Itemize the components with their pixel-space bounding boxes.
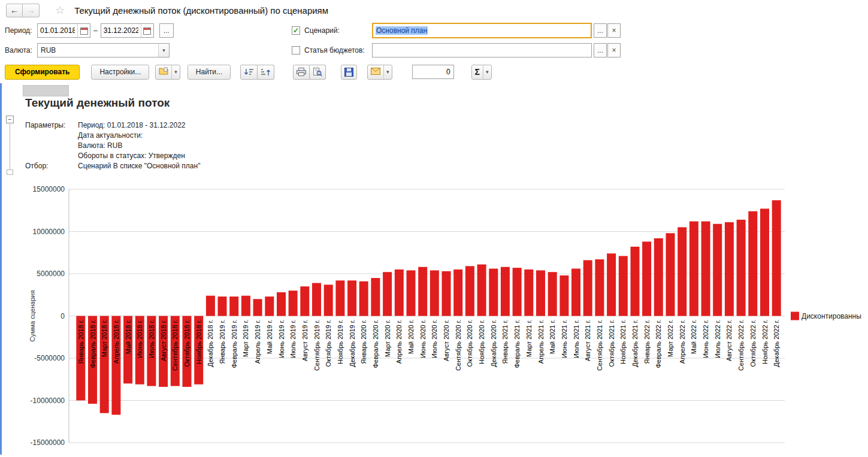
chevron-down-icon[interactable]: ▾ (158, 44, 169, 57)
chart-x-label: Сентябрь 2022 г. (737, 320, 745, 371)
filter-line: Сценарий В списке "Основной план" (78, 161, 200, 171)
chart-x-label: Декабрь 2021 г. (631, 320, 639, 367)
chart-bar (324, 285, 333, 316)
legend-swatch (791, 312, 799, 320)
chart-bar (654, 238, 663, 316)
chart-x-label: Сентябрь 2019 г. (313, 320, 320, 371)
sort-descending-button[interactable] (240, 65, 258, 80)
chart-x-label: Январь 2020 г. (360, 320, 367, 364)
titlebar: ← → ☆ Текущий денежный поток (дисконтиро… (0, 0, 868, 20)
chart-x-label: Ноябрь 2020 г. (478, 320, 485, 364)
chart-bar (619, 256, 628, 316)
period-from-field[interactable] (37, 23, 90, 38)
param-line: Период: 01.01.2018 - 31.12.2022 (78, 120, 186, 131)
chart-x-label: Июль 2019 г. (289, 320, 297, 358)
settings-button[interactable]: Настройки... (91, 65, 149, 80)
group-bracket (10, 124, 10, 170)
chart-bar (701, 222, 710, 316)
scenario-checkbox[interactable]: ✓ (292, 26, 300, 35)
chart-x-label: Декабрь 2018 г. (207, 320, 214, 367)
send-mail-dropdown[interactable]: ▾ (383, 65, 392, 79)
scenario-more-button[interactable]: ... (594, 23, 607, 38)
chart-x-label: Март 2022 г. (667, 320, 674, 358)
print-button[interactable] (293, 65, 310, 80)
chart-x-label: Март 2018 г. (101, 320, 108, 358)
scenario-label: Сценарий: (304, 26, 372, 35)
autosum-button[interactable]: Σ (472, 65, 483, 79)
chart-x-label: Март 2020 г. (384, 320, 391, 358)
chart-x-label: Октябрь 2018 г. (183, 320, 190, 367)
autosum-value-field[interactable] (412, 65, 454, 79)
chart-bar (595, 259, 604, 316)
chart-bar (536, 270, 545, 316)
chart-x-label: Январь 2018 г. (77, 320, 84, 364)
sort-ascending-button[interactable] (258, 65, 274, 80)
budget-item-more-button[interactable]: ... (594, 43, 607, 57)
chart-x-label: Февраль 2020 г. (372, 320, 379, 368)
chart-bar (760, 208, 769, 316)
chart-x-label: Декабрь 2020 г. (490, 320, 497, 367)
param-line: Обороты в статусах: Утвержден (78, 151, 185, 161)
currency-select[interactable]: RUB ▾ (37, 43, 170, 57)
chart-x-label: Май 2019 г. (266, 320, 273, 355)
forward-button[interactable]: → (23, 4, 40, 17)
svg-text:Сумма сценария: Сумма сценария (29, 290, 36, 342)
save-button[interactable] (341, 65, 357, 80)
report-toolbar: Сформировать Настройки... ▾ Найти... (5, 62, 868, 82)
svg-text:-15000000: -15000000 (31, 438, 65, 447)
filter-row-period: Период: – ... ✓ Сценарий: Основной план … (5, 22, 868, 39)
chart-x-label: Июль 2021 г. (573, 320, 580, 358)
svg-text:0: 0 (61, 312, 65, 320)
chart-bar (477, 265, 486, 316)
chart-x-label: Июнь 2019 г. (278, 320, 285, 358)
print-preview-button[interactable] (310, 65, 326, 80)
scenario-clear-button[interactable]: × (607, 23, 621, 38)
chart-x-label: Декабрь 2022 г. (773, 320, 780, 367)
period-more-button[interactable]: ... (159, 23, 174, 38)
chart-bar (513, 268, 522, 316)
chart-x-label: Февраль 2022 г. (655, 320, 662, 368)
chart-x-label: Февраль 2021 г. (513, 320, 521, 368)
period-label: Период: (5, 26, 37, 35)
back-button[interactable]: ← (6, 4, 23, 17)
chart-bar (206, 296, 215, 316)
sort-buttons (240, 65, 274, 80)
chart-bar (631, 247, 640, 316)
period-to-field[interactable] (101, 23, 154, 38)
send-mail-button[interactable] (368, 65, 383, 79)
period-to-input[interactable] (101, 25, 141, 37)
chart-bar (418, 267, 427, 316)
autosum-dropdown[interactable]: ▾ (483, 65, 491, 79)
chart-x-label: Ноябрь 2019 г. (337, 320, 344, 364)
chart-x-label: Ноябрь 2021 г. (619, 320, 627, 364)
check-icon: ✓ (293, 27, 299, 34)
chart-bar (430, 270, 439, 316)
forward-icon: → (27, 5, 35, 15)
report-corner-cell (23, 85, 69, 96)
calendar-icon[interactable] (77, 24, 90, 37)
chart-bar (265, 296, 274, 316)
budget-item-input[interactable] (372, 43, 592, 57)
save-icon (344, 68, 353, 77)
report-variants-button[interactable] (156, 65, 171, 79)
generate-button[interactable]: Сформировать (5, 65, 80, 80)
scenario-selected-text: Основной план (376, 26, 428, 35)
chart-x-label: Май 2018 г. (125, 320, 132, 355)
budget-item-group: Статья бюджетов: ... × (292, 43, 621, 58)
chart-x-label: Июнь 2020 г. (419, 320, 427, 358)
report-variants-dropdown[interactable]: ▾ (171, 65, 180, 79)
chart-x-label: Январь 2022 г. (643, 320, 651, 364)
chart-bar (442, 271, 451, 316)
calendar-icon[interactable] (141, 24, 153, 37)
chart-x-label: Октябрь 2022 г. (749, 320, 757, 367)
budget-item-clear-button[interactable]: × (607, 43, 621, 57)
period-from-input[interactable] (38, 25, 77, 37)
report-variants-split-button: ▾ (155, 65, 180, 80)
chart-x-label: Апрель 2022 г. (679, 320, 686, 364)
favorite-star-icon[interactable]: ☆ (55, 4, 65, 17)
chart-x-label: Май 2020 г. (407, 320, 415, 355)
scenario-input[interactable]: Основной план (372, 23, 592, 38)
collapse-group-button[interactable]: − (6, 116, 14, 123)
budget-item-checkbox[interactable] (292, 46, 300, 55)
find-button[interactable]: Найти... (187, 65, 231, 80)
